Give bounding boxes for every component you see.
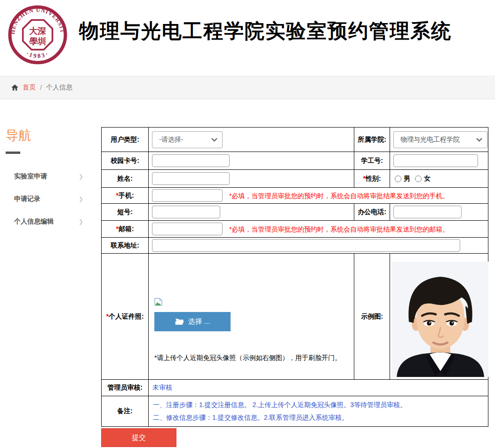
mobile-label: 手机: (119, 192, 134, 199)
svg-text:大深: 大深 (29, 26, 46, 36)
campus-card-input[interactable] (152, 154, 230, 167)
office-phone-input[interactable] (393, 206, 462, 218)
broken-image-icon (154, 298, 162, 307)
chevron-down-icon (476, 138, 482, 142)
breadcrumb-current: 个人信息 (46, 83, 72, 92)
profile-form: 用户类型: -请选择- 所属学院: 物理与光电工程学院 (101, 127, 488, 447)
sidebar-item-lab-application[interactable]: 实验室申请 ❯ (6, 165, 101, 188)
choose-file-button[interactable]: 选择 ... (154, 312, 231, 331)
staff-id-input[interactable] (393, 154, 478, 167)
sidebar-title: 导航 (6, 127, 101, 144)
example-portrait-photo (392, 262, 488, 377)
user-type-label: 用户类型: (111, 136, 139, 143)
college-select[interactable]: 物理与光电工程学院 (393, 131, 487, 148)
gender-female-radio[interactable] (415, 176, 422, 182)
remarks-label: 备注: (117, 407, 133, 415)
mobile-input[interactable] (152, 189, 223, 202)
gender-female-label: 女 (424, 175, 431, 183)
gender-radio-group: 男 女 (392, 175, 486, 183)
short-number-label: 短号: (117, 208, 133, 216)
gender-male-radio[interactable] (395, 176, 401, 182)
email-input[interactable] (152, 223, 223, 235)
university-seal-icon: SHENZHEN UNIVERSITY ·1983· 大深 學圳 (7, 3, 69, 67)
short-number-input[interactable] (152, 206, 220, 218)
address-input[interactable] (152, 239, 460, 252)
university-logo: SHENZHEN UNIVERSITY ·1983· 大深 學圳 (7, 3, 69, 69)
home-icon (11, 84, 18, 91)
breadcrumb: 首页 / 个人信息 (0, 76, 495, 99)
remarks-line-1: 一、注册步骤：1.提交注册信息。 2.上传上传个人近期免冠头像照。3等待管理员审… (153, 399, 486, 411)
photo-label: 个人证件照: (109, 312, 144, 320)
gender-label: 性别: (366, 175, 381, 182)
address-label: 联系地址: (111, 241, 139, 249)
svg-text:學圳: 學圳 (29, 37, 46, 46)
sidebar-nav: 导航 实验室申请 ❯ 申请记录 ❯ 个人信息编辑 ❯ (0, 127, 101, 447)
admin-review-label: 管理员审核: (107, 384, 143, 391)
chevron-down-icon (211, 138, 217, 142)
photo-upload-note: *请上传个人近期免冠头像照（示例如右侧图），用于刷脸开门。 (154, 354, 352, 362)
example-image-label: 示例图: (361, 312, 383, 320)
campus-card-label: 校园卡号: (111, 157, 139, 164)
chevron-right-icon: ❯ (79, 196, 83, 202)
breadcrumb-home-link[interactable]: 首页 (23, 83, 36, 92)
breadcrumb-separator: / (40, 84, 42, 91)
page-header: SHENZHEN UNIVERSITY ·1983· 大深 學圳 物理与光电工程… (0, 0, 495, 76)
gender-male-label: 男 (404, 175, 410, 183)
sidebar-title-underline (6, 152, 20, 154)
review-status-link[interactable]: 未审核 (151, 384, 172, 391)
staff-id-label: 学工号: (361, 157, 383, 164)
email-required-note: *必填，当管理员审批您的预约时，系统会自动将审批结果发送到您的邮箱。 (229, 225, 449, 233)
email-label: 邮箱: (119, 225, 134, 232)
folder-open-icon (175, 318, 184, 325)
sidebar-item-application-records[interactable]: 申请记录 ❯ (6, 188, 101, 210)
sidebar-item-profile-edit[interactable]: 个人信息编辑 ❯ (6, 210, 101, 233)
remarks-line-2: 二、修改信息步骤：1.提交修改信息。2.联系管理员进入系统审核。 (153, 411, 486, 424)
page-title: 物理与光电工程学院实验室预约管理系统 (79, 18, 452, 44)
submit-button[interactable]: 提交 (101, 428, 176, 447)
chevron-right-icon: ❯ (79, 218, 83, 225)
name-input[interactable] (152, 172, 230, 185)
office-phone-label: 办公电话: (358, 208, 386, 216)
college-label: 所属学院: (358, 136, 386, 143)
mobile-required-note: *必填，当管理员审批您的预约时，系统会自动将审批结果发送到您的手机。 (229, 192, 449, 200)
name-label: 姓名: (117, 175, 133, 182)
user-type-select[interactable]: -请选择- (152, 131, 223, 148)
chevron-right-icon: ❯ (79, 173, 83, 180)
